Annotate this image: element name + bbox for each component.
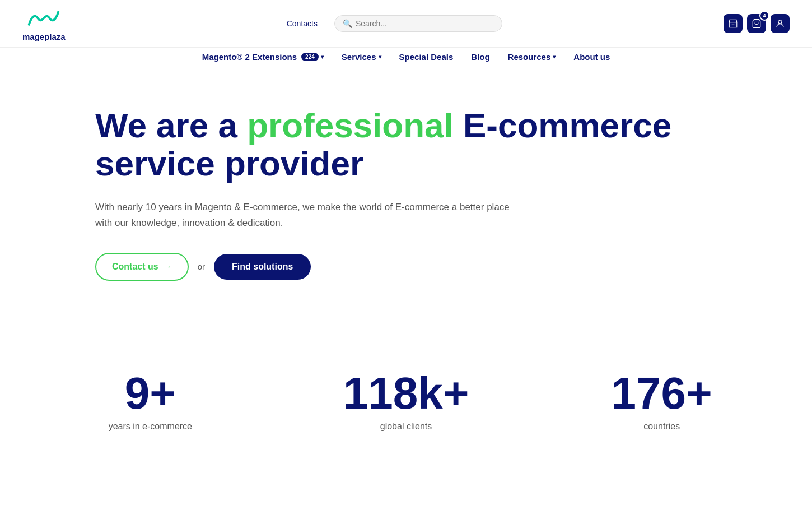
hero-headline-accent: professional — [247, 106, 454, 145]
user-icon — [775, 18, 785, 29]
stat-years: 9+ years in e-commerce — [22, 360, 278, 443]
stat-clients-label: global clients — [290, 421, 523, 432]
logo[interactable]: mageplaza — [22, 6, 66, 41]
nav-item-special-deals[interactable]: Special Deals — [393, 48, 460, 66]
search-icon: 🔍 — [343, 19, 352, 28]
store-icon — [728, 18, 738, 29]
cart-icon — [752, 18, 762, 29]
store-icon-button[interactable] — [724, 14, 743, 33]
contact-us-label: Contact us — [112, 262, 158, 272]
search-input[interactable] — [356, 19, 494, 28]
cart-icon-button[interactable]: 4 — [747, 14, 766, 33]
stat-countries-number: 176+ — [545, 371, 778, 416]
hero-cta: Contact us → or Find solutions — [95, 253, 717, 281]
main-nav: Magento® 2 Extensions 224 ▾ Services ▾ S… — [0, 48, 812, 73]
header-icons: 4 — [724, 14, 790, 33]
logo-text: mageplaza — [22, 32, 66, 41]
contacts-link[interactable]: Contacts — [287, 19, 318, 28]
or-separator: or — [198, 262, 205, 271]
nav-item-about-us-label: About us — [573, 52, 610, 62]
user-icon-button[interactable] — [771, 14, 790, 33]
nav-item-resources[interactable]: Resources ▾ — [501, 48, 563, 66]
extensions-badge: 224 — [301, 53, 319, 61]
nav-item-blog-label: Blog — [471, 52, 489, 62]
hero-headline: We are a professional E-commerce service… — [95, 106, 717, 183]
nav-item-about-us[interactable]: About us — [567, 48, 617, 66]
stats-section: 9+ years in e-commerce 118k+ global clie… — [0, 326, 812, 465]
site-header: mageplaza Contacts 🔍 4 — [0, 0, 812, 48]
nav-item-extensions[interactable]: Magento® 2 Extensions 224 ▾ — [195, 48, 330, 66]
nav-item-services[interactable]: Services ▾ — [335, 48, 388, 66]
extensions-chevron: ▾ — [321, 54, 324, 60]
resources-chevron: ▾ — [553, 54, 556, 60]
hero-subtext: With nearly 10 years in Magento & E-comm… — [95, 200, 521, 230]
hero-headline-part1: We are a — [95, 106, 247, 145]
contact-us-arrow: → — [163, 262, 172, 272]
contact-us-button[interactable]: Contact us → — [95, 253, 189, 281]
nav-item-resources-label: Resources — [508, 52, 551, 62]
stat-years-number: 9+ — [34, 371, 267, 416]
stat-years-label: years in e-commerce — [34, 421, 267, 432]
svg-point-1 — [778, 20, 782, 24]
nav-item-special-deals-label: Special Deals — [399, 52, 454, 62]
nav-item-services-label: Services — [342, 52, 376, 62]
find-solutions-button[interactable]: Find solutions — [214, 254, 311, 280]
logo-icon — [24, 6, 63, 31]
hero-section: We are a professional E-commerce service… — [0, 73, 812, 303]
services-chevron: ▾ — [379, 54, 381, 60]
nav-item-blog[interactable]: Blog — [464, 48, 496, 66]
stat-countries: 176+ countries — [534, 360, 790, 443]
search-bar: 🔍 — [334, 15, 502, 32]
cart-badge: 4 — [759, 11, 769, 21]
header-center: Contacts 🔍 — [287, 15, 502, 32]
nav-item-extensions-label: Magento® 2 Extensions — [202, 52, 297, 62]
stat-clients-number: 118k+ — [290, 371, 523, 416]
stat-countries-label: countries — [545, 421, 778, 432]
stat-clients: 118k+ global clients — [278, 360, 534, 443]
